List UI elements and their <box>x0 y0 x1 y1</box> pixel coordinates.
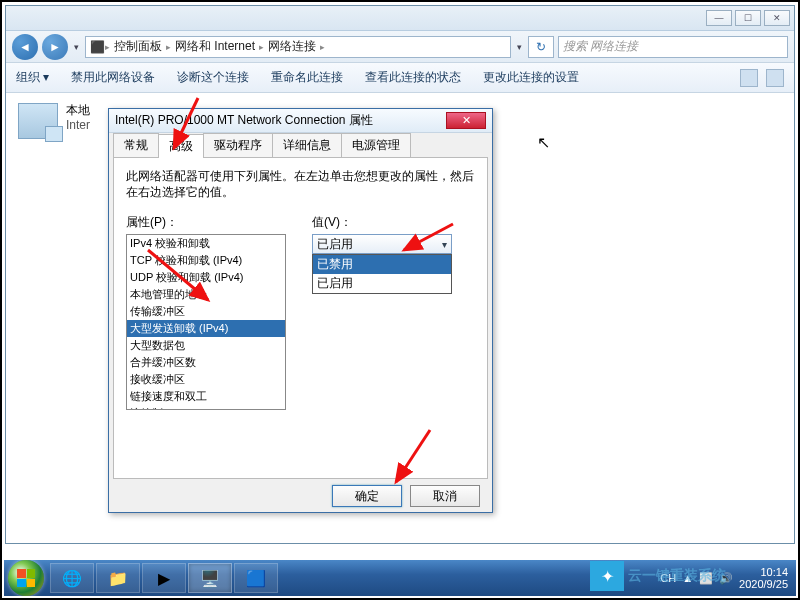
view-options-icon[interactable] <box>740 69 758 87</box>
dropdown-option[interactable]: 已启用 <box>313 274 451 293</box>
organize-menu[interactable]: 组织 ▾ <box>16 69 49 86</box>
search-placeholder: 搜索 网络连接 <box>563 38 638 55</box>
start-button[interactable] <box>8 560 44 596</box>
value-select[interactable]: 已启用 已禁用已启用 <box>312 234 452 254</box>
close-button[interactable]: ✕ <box>764 10 790 26</box>
property-item[interactable]: UDP 校验和卸载 (IPv4) <box>127 269 285 286</box>
nav-history-dropdown[interactable]: ▾ <box>72 42 81 52</box>
watermark-text: 云一键重装系统 <box>628 567 726 585</box>
connection-device: Inter <box>66 118 90 133</box>
tab-driver[interactable]: 驱动程序 <box>203 133 273 157</box>
panel-description: 此网络适配器可使用下列属性。在左边单击您想更改的属性，然后在右边选择它的值。 <box>126 168 475 200</box>
taskbar-ie-icon[interactable]: 🌐 <box>50 563 94 593</box>
connection-name: 本地 <box>66 103 90 118</box>
nav-bar: ◄ ► ▾ ⬛ ▸ 控制面板 ▸ 网络和 Internet ▸ 网络连接 ▸ ▾… <box>6 31 794 63</box>
ok-button[interactable]: 确定 <box>332 485 402 507</box>
clock[interactable]: 10:14 2020/9/25 <box>739 566 788 590</box>
taskbar-app-icon[interactable]: 🟦 <box>234 563 278 593</box>
dialog-close-button[interactable]: ✕ <box>446 112 486 129</box>
help-icon[interactable] <box>766 69 784 87</box>
selected-value: 已启用 <box>317 236 353 253</box>
address-dropdown[interactable]: ▾ <box>515 42 524 52</box>
connection-text: 本地 Inter <box>66 103 90 139</box>
tab-power[interactable]: 电源管理 <box>341 133 411 157</box>
minimize-button[interactable]: — <box>706 10 732 26</box>
forward-button[interactable]: ► <box>42 34 68 60</box>
dropdown-option[interactable]: 已禁用 <box>313 255 451 274</box>
tab-advanced[interactable]: 高级 <box>158 134 204 158</box>
property-item[interactable]: 大型发送卸载 (IPv4) <box>127 320 285 337</box>
watermark-logo-icon: ✦ <box>590 561 624 591</box>
disable-device-button[interactable]: 禁用此网络设备 <box>71 69 155 86</box>
dialog-title: Intel(R) PRO/1000 MT Network Connection … <box>115 112 373 129</box>
property-item[interactable]: 合并缓冲区数 <box>127 354 285 371</box>
breadcrumb-item[interactable]: 网络连接 <box>264 38 320 55</box>
property-item[interactable]: 流控制 <box>127 405 285 410</box>
search-input[interactable]: 搜索 网络连接 <box>558 36 788 58</box>
taskbar: 🌐 📁 ▶ 🖥️ 🟦 ✦ 云一键重装系统 CH ▲ ⬜ 🔊 10:14 2020… <box>4 560 796 596</box>
window-titlebar: — ☐ ✕ <box>6 6 794 31</box>
watermark: ✦ 云一键重装系统 <box>590 557 726 595</box>
breadcrumb-item[interactable]: 网络和 Internet <box>171 38 259 55</box>
dialog-buttons: 确定 取消 <box>109 479 492 513</box>
property-label: 属性(P)： <box>126 214 286 231</box>
property-item[interactable]: 大型数据包 <box>127 337 285 354</box>
taskbar-network-icon[interactable]: 🖥️ <box>188 563 232 593</box>
properties-dialog: Intel(R) PRO/1000 MT Network Connection … <box>108 108 493 513</box>
property-item[interactable]: TCP 校验和卸载 (IPv4) <box>127 252 285 269</box>
network-adapter-icon <box>18 103 58 139</box>
cancel-button[interactable]: 取消 <box>410 485 480 507</box>
back-button[interactable]: ◄ <box>12 34 38 60</box>
time: 10:14 <box>739 566 788 578</box>
property-listbox[interactable]: IPv4 校验和卸载TCP 校验和卸载 (IPv4)UDP 校验和卸载 (IPv… <box>126 234 286 410</box>
taskbar-explorer-icon[interactable]: 📁 <box>96 563 140 593</box>
value-label: 值(V)： <box>312 214 452 231</box>
tab-strip: 常规 高级 驱动程序 详细信息 电源管理 <box>109 135 492 157</box>
address-bar[interactable]: ⬛ ▸ 控制面板 ▸ 网络和 Internet ▸ 网络连接 ▸ <box>85 36 511 58</box>
diagnose-button[interactable]: 诊断这个连接 <box>177 69 249 86</box>
breadcrumb-item[interactable]: 控制面板 <box>110 38 166 55</box>
dialog-titlebar: Intel(R) PRO/1000 MT Network Connection … <box>109 109 492 133</box>
maximize-button[interactable]: ☐ <box>735 10 761 26</box>
change-settings-button[interactable]: 更改此连接的设置 <box>483 69 579 86</box>
property-item[interactable]: 传输缓冲区 <box>127 303 285 320</box>
property-item[interactable]: 链接速度和双工 <box>127 388 285 405</box>
refresh-button[interactable]: ↻ <box>528 36 554 58</box>
value-dropdown: 已禁用已启用 <box>312 254 452 294</box>
control-panel-icon: ⬛ <box>90 40 105 54</box>
date: 2020/9/25 <box>739 578 788 590</box>
property-item[interactable]: 接收缓冲区 <box>127 371 285 388</box>
property-item[interactable]: IPv4 校验和卸载 <box>127 235 285 252</box>
tab-details[interactable]: 详细信息 <box>272 133 342 157</box>
tab-general[interactable]: 常规 <box>113 133 159 157</box>
taskbar-media-icon[interactable]: ▶ <box>142 563 186 593</box>
view-status-button[interactable]: 查看此连接的状态 <box>365 69 461 86</box>
tab-panel: 此网络适配器可使用下列属性。在左边单击您想更改的属性，然后在右边选择它的值。 属… <box>113 157 488 479</box>
property-item[interactable]: 本地管理的地址 <box>127 286 285 303</box>
rename-button[interactable]: 重命名此连接 <box>271 69 343 86</box>
command-bar: 组织 ▾ 禁用此网络设备 诊断这个连接 重命名此连接 查看此连接的状态 更改此连… <box>6 63 794 93</box>
